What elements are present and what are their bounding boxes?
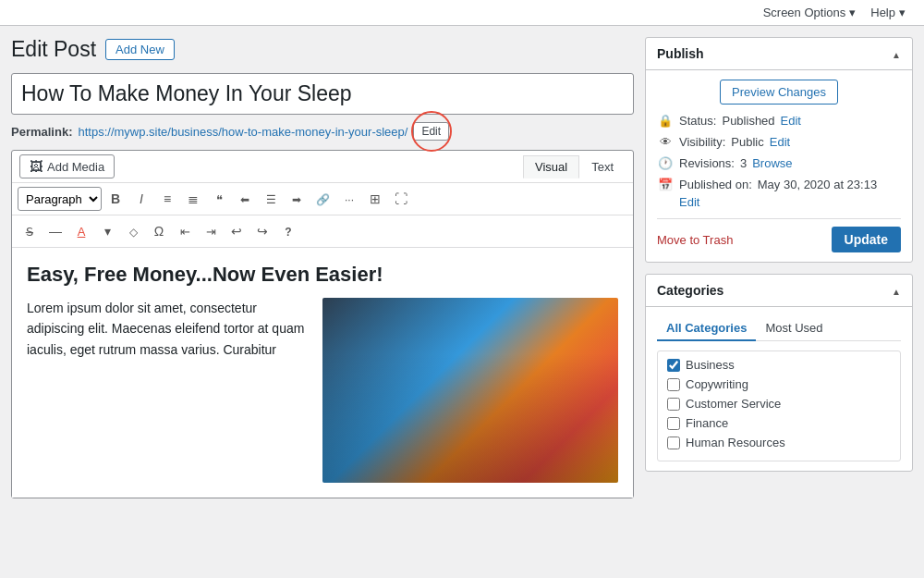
categories-metabox-header[interactable]: Categories bbox=[646, 275, 912, 307]
italic-button[interactable] bbox=[129, 187, 153, 211]
more-icon bbox=[345, 191, 354, 206]
category-label-customer-service[interactable]: Customer Service bbox=[686, 397, 781, 411]
redo-button[interactable] bbox=[250, 219, 274, 243]
align-center-button[interactable] bbox=[259, 187, 283, 211]
tab-text[interactable]: Text bbox=[579, 155, 626, 178]
category-label-business[interactable]: Business bbox=[686, 358, 735, 372]
published-date-edit-link[interactable]: Edit bbox=[679, 195, 699, 209]
move-to-trash-button[interactable]: Move to Trash bbox=[657, 233, 733, 247]
tab-all-categories[interactable]: All Categories bbox=[657, 316, 756, 341]
add-media-button[interactable]: Add Media bbox=[19, 154, 115, 178]
list-item: Finance bbox=[658, 413, 900, 433]
revisions-icon: 🕐 bbox=[657, 156, 674, 170]
post-title-input[interactable] bbox=[11, 73, 634, 115]
special-chars-icon bbox=[154, 224, 164, 239]
visibility-edit-link[interactable]: Edit bbox=[770, 135, 790, 149]
indent-icon bbox=[206, 224, 216, 239]
link-button[interactable] bbox=[310, 187, 335, 211]
toolbar-row-1: Paragraph bbox=[12, 183, 633, 215]
visibility-icon: 👁 bbox=[657, 135, 674, 149]
status-icon: 🔒 bbox=[657, 114, 674, 128]
indent-button[interactable] bbox=[199, 219, 223, 243]
undo-button[interactable] bbox=[225, 219, 249, 243]
tab-most-used[interactable]: Most Used bbox=[756, 316, 832, 341]
editor-body-wrap: Lorem ipsum dolor sit amet, consectetur … bbox=[27, 298, 618, 483]
screen-options-label: Screen Options bbox=[763, 6, 846, 19]
clear-formatting-button[interactable] bbox=[121, 219, 145, 243]
update-button[interactable]: Update bbox=[832, 227, 901, 252]
redo-icon bbox=[257, 224, 268, 239]
revisions-browse-link[interactable]: Browse bbox=[752, 156, 792, 170]
category-label-human-resources[interactable]: Human Resources bbox=[686, 436, 785, 449]
category-checkbox-customer-service[interactable] bbox=[667, 398, 680, 411]
dropdown-arrow-button[interactable]: ▾ bbox=[95, 219, 119, 243]
category-checkbox-copywriting[interactable] bbox=[667, 378, 680, 391]
unordered-list-button[interactable] bbox=[155, 187, 179, 211]
category-label-copywriting[interactable]: Copywriting bbox=[686, 377, 748, 391]
permalink-row: Permalink: https://mywp.site/business/ho… bbox=[11, 122, 634, 141]
list-item: Customer Service bbox=[658, 394, 900, 413]
outdent-icon bbox=[180, 224, 190, 239]
list-item: Copywriting bbox=[658, 375, 900, 394]
right-sidebar: Publish Preview Changes 🔒 Status: Publis… bbox=[645, 37, 913, 498]
ordered-list-button[interactable] bbox=[181, 187, 205, 211]
publish-metabox-body: Preview Changes 🔒 Status: Published Edit… bbox=[646, 70, 912, 262]
table-button[interactable] bbox=[363, 187, 387, 211]
permalink-link[interactable]: https://mywp.site/business/how-to-make-m… bbox=[78, 125, 407, 139]
status-edit-link[interactable]: Edit bbox=[781, 114, 801, 128]
strikethrough-button[interactable] bbox=[18, 219, 42, 243]
editor-content[interactable]: Easy, Free Money...Now Even Easier! Lore… bbox=[12, 248, 633, 498]
editor-wrap: Add Media Visual Text Paragraph bbox=[11, 150, 634, 498]
published-label: Published on: bbox=[679, 178, 752, 191]
permalink-label: Permalink: bbox=[11, 125, 72, 139]
align-right-button[interactable] bbox=[285, 187, 309, 211]
category-checkbox-finance[interactable] bbox=[667, 417, 680, 430]
publish-metabox-title: Publish bbox=[657, 46, 704, 61]
publish-visibility-row: 👁 Visibility: Public Edit bbox=[657, 135, 901, 149]
fullscreen-icon bbox=[395, 191, 407, 206]
bold-button[interactable] bbox=[103, 187, 128, 211]
editor-heading: Easy, Free Money...Now Even Easier! bbox=[27, 263, 618, 287]
category-label-finance[interactable]: Finance bbox=[686, 416, 728, 430]
preview-changes-button[interactable]: Preview Changes bbox=[720, 80, 838, 105]
screen-options-chevron-icon: ▾ bbox=[849, 6, 856, 19]
help-chevron-icon: ▾ bbox=[899, 6, 906, 19]
category-checkbox-human-resources[interactable] bbox=[667, 437, 680, 449]
list-item: Human Resources bbox=[658, 433, 900, 452]
align-right-icon bbox=[292, 191, 301, 206]
tab-visual[interactable]: Visual bbox=[523, 155, 579, 178]
text-color-icon bbox=[78, 224, 86, 239]
permalink-edit-button[interactable]: Edit bbox=[413, 122, 449, 141]
more-button[interactable] bbox=[337, 187, 361, 211]
blockquote-button[interactable] bbox=[207, 187, 231, 211]
special-chars-button[interactable] bbox=[147, 219, 171, 243]
horizontal-rule-icon bbox=[49, 224, 62, 239]
help-button[interactable]: Help ▾ bbox=[863, 6, 913, 19]
editor-text: Lorem ipsum dolor sit amet, consectetur … bbox=[27, 298, 310, 483]
publish-status-row: 🔒 Status: Published Edit bbox=[657, 114, 901, 128]
unordered-list-icon bbox=[164, 191, 171, 206]
horizontal-rule-button[interactable] bbox=[43, 219, 67, 243]
keyboard-shortcuts-button[interactable] bbox=[276, 219, 300, 243]
bold-icon bbox=[111, 191, 120, 206]
align-center-icon bbox=[266, 191, 276, 206]
page-wrap: Edit Post Add New Permalink: https://myw… bbox=[0, 26, 924, 510]
blockquote-icon bbox=[216, 191, 223, 206]
link-icon bbox=[316, 191, 330, 206]
publish-revisions-row: 🕐 Revisions: 3 Browse bbox=[657, 156, 901, 170]
publish-metabox-header[interactable]: Publish bbox=[646, 38, 912, 70]
publish-actions: Move to Trash Update bbox=[657, 218, 901, 252]
fullscreen-button[interactable] bbox=[389, 187, 413, 211]
categories-metabox-title: Categories bbox=[657, 283, 723, 298]
screen-options-button[interactable]: Screen Options ▾ bbox=[756, 6, 864, 19]
paragraph-select[interactable]: Paragraph bbox=[18, 187, 102, 211]
align-left-button[interactable] bbox=[233, 187, 257, 211]
view-tabs: Visual Text bbox=[523, 155, 626, 178]
dropdown-arrow-icon: ▾ bbox=[104, 224, 111, 239]
add-new-button[interactable]: Add New bbox=[105, 39, 175, 60]
category-checkbox-business[interactable] bbox=[667, 359, 680, 372]
text-color-button[interactable] bbox=[69, 219, 93, 243]
outdent-button[interactable] bbox=[173, 219, 197, 243]
edit-btn-wrap: Edit bbox=[413, 122, 449, 141]
ordered-list-icon bbox=[188, 191, 199, 206]
